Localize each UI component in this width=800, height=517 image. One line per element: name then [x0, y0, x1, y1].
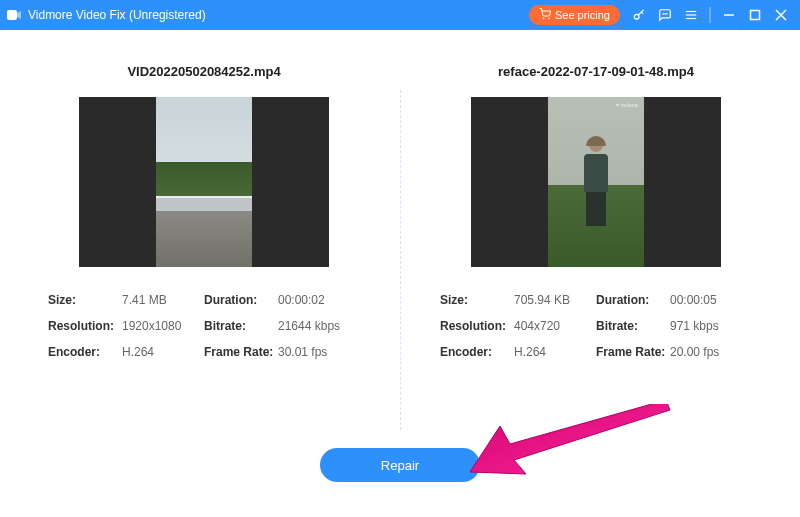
- minimize-button[interactable]: [716, 3, 742, 27]
- table-row: Size:7.41 MB Duration:00:00:02: [48, 293, 360, 307]
- table-row: Size:705.94 KB Duration:00:00:05: [440, 293, 752, 307]
- right-thumbnail-image: ✦ reface: [548, 97, 644, 267]
- right-properties: Size:705.94 KB Duration:00:00:05 Resolut…: [440, 293, 752, 359]
- prop-value: 00:00:05: [670, 293, 717, 307]
- right-thumbnail[interactable]: ✦ reface: [471, 97, 721, 267]
- right-column: reface-2022-07-17-09-01-48.mp4 ✦ reface …: [400, 30, 800, 430]
- prop-value: 7.41 MB: [122, 293, 167, 307]
- svg-point-2: [548, 18, 549, 19]
- table-row: Resolution:404x720 Bitrate:971 kbps: [440, 319, 752, 333]
- prop-label: Encoder:: [48, 345, 122, 359]
- prop-value: H.264: [122, 345, 154, 359]
- see-pricing-button[interactable]: See pricing: [529, 5, 620, 25]
- repair-button-label: Repair: [381, 458, 419, 473]
- svg-point-5: [665, 14, 666, 15]
- prop-label: Duration:: [596, 293, 670, 307]
- prop-value: 20.00 fps: [670, 345, 719, 359]
- prop-value: H.264: [514, 345, 546, 359]
- left-column: VID20220502084252.mp4 Size:7.41 MB Durat…: [0, 30, 400, 430]
- menu-icon[interactable]: [678, 3, 704, 27]
- left-properties: Size:7.41 MB Duration:00:00:02 Resolutio…: [48, 293, 360, 359]
- prop-label: Encoder:: [440, 345, 514, 359]
- window-title: Vidmore Video Fix (Unregistered): [28, 8, 206, 22]
- prop-label: Duration:: [204, 293, 278, 307]
- maximize-button[interactable]: [742, 3, 768, 27]
- feedback-icon[interactable]: [652, 3, 678, 27]
- prop-value: 1920x1080: [122, 319, 181, 333]
- left-filename: VID20220502084252.mp4: [48, 64, 360, 79]
- prop-value: 00:00:02: [278, 293, 325, 307]
- watermark-icon: ✦ reface: [615, 101, 638, 108]
- cart-icon: [539, 8, 551, 22]
- close-button[interactable]: [768, 3, 794, 27]
- titlebar-separator: [704, 3, 716, 27]
- prop-value: 21644 kbps: [278, 319, 340, 333]
- svg-point-4: [663, 14, 664, 15]
- table-row: Encoder:H.264 Frame Rate:20.00 fps: [440, 345, 752, 359]
- prop-value: 971 kbps: [670, 319, 719, 333]
- key-icon[interactable]: [626, 3, 652, 27]
- svg-point-1: [543, 18, 544, 19]
- footer: Repair: [0, 430, 800, 517]
- app-logo-icon: [6, 7, 22, 23]
- repair-button[interactable]: Repair: [320, 448, 480, 482]
- svg-point-6: [666, 14, 667, 15]
- prop-label: Size:: [440, 293, 514, 307]
- prop-value: 705.94 KB: [514, 293, 570, 307]
- left-thumbnail[interactable]: [79, 97, 329, 267]
- prop-label: Bitrate:: [596, 319, 670, 333]
- column-divider: [400, 90, 401, 430]
- prop-label: Bitrate:: [204, 319, 278, 333]
- svg-rect-0: [7, 10, 17, 20]
- svg-rect-12: [751, 11, 760, 20]
- prop-label: Resolution:: [440, 319, 514, 333]
- titlebar: Vidmore Video Fix (Unregistered) See pri…: [0, 0, 800, 30]
- svg-point-3: [634, 14, 639, 19]
- main-content: VID20220502084252.mp4 Size:7.41 MB Durat…: [0, 30, 800, 430]
- prop-value: 404x720: [514, 319, 560, 333]
- right-filename: reface-2022-07-17-09-01-48.mp4: [440, 64, 752, 79]
- prop-value: 30.01 fps: [278, 345, 327, 359]
- see-pricing-label: See pricing: [555, 9, 610, 21]
- prop-label: Resolution:: [48, 319, 122, 333]
- table-row: Resolution:1920x1080 Bitrate:21644 kbps: [48, 319, 360, 333]
- prop-label: Size:: [48, 293, 122, 307]
- left-thumbnail-image: [156, 97, 252, 267]
- prop-label: Frame Rate:: [204, 345, 278, 359]
- prop-label: Frame Rate:: [596, 345, 670, 359]
- table-row: Encoder:H.264 Frame Rate:30.01 fps: [48, 345, 360, 359]
